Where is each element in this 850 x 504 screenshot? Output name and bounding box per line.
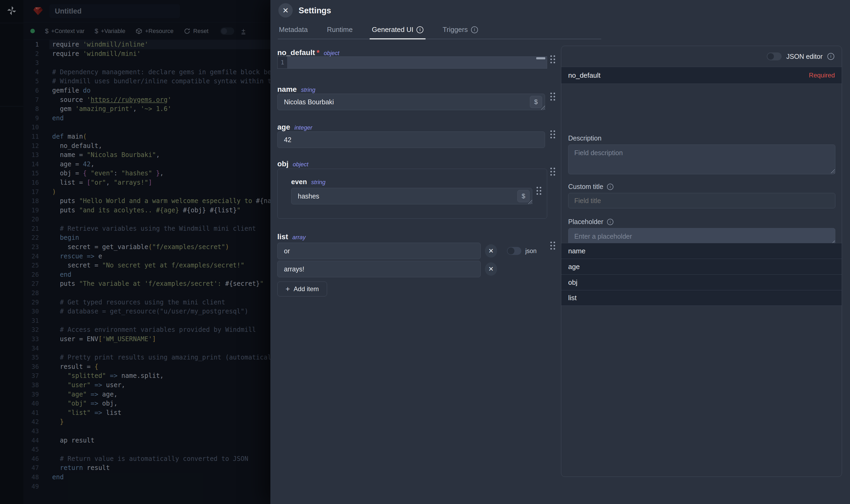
resize-handle[interactable] <box>541 105 545 110</box>
code-line[interactable]: 6gemfile do <box>23 86 270 95</box>
placeholder-textarea[interactable] <box>568 228 835 245</box>
code-line[interactable]: 17) <box>23 187 270 197</box>
windmill-logo-icon[interactable] <box>6 5 17 16</box>
code-line[interactable]: 45 <box>23 445 270 454</box>
code-line[interactable]: 19 puts "and its acolytes.. #{age} #{obj… <box>23 206 270 215</box>
code-line[interactable]: 35 # Pretty print results using amazing_… <box>23 353 270 362</box>
code-line[interactable]: 16 list = ["or", "arrays!"] <box>23 178 270 187</box>
code-line[interactable]: 31 <box>23 316 270 325</box>
code-line[interactable]: 22 begin <box>23 233 270 242</box>
code-line[interactable]: 5# Windmill uses bundler/inline compatib… <box>23 77 270 86</box>
list-item-input-1[interactable] <box>277 261 481 277</box>
code-line[interactable]: 30 # database = get_resource("u/user/my_… <box>23 307 270 316</box>
code-line[interactable]: 38 "user" => user, <box>23 380 270 390</box>
description-textarea[interactable] <box>568 144 835 174</box>
inspector-field-row-list[interactable]: list <box>561 290 842 306</box>
code-line[interactable]: 15 obj = { "even": "hashes" }, <box>23 169 270 178</box>
code-text: # Get typed resources using the mini cli… <box>50 298 270 307</box>
no-default-json-editor[interactable]: 1 <box>277 56 547 69</box>
script-title-input[interactable] <box>50 4 180 18</box>
code-line[interactable]: 27 puts "The variable at 'f/examples/sec… <box>23 279 270 288</box>
tab-triggers[interactable]: Triggersi <box>441 21 479 39</box>
code-line[interactable]: 7 source 'https://rubygems.org' <box>23 95 270 105</box>
diff-toggle[interactable]: ± <box>242 27 246 35</box>
info-icon[interactable]: i <box>607 219 613 225</box>
inspector-field-row-name[interactable]: name <box>561 243 842 259</box>
code-line[interactable]: 1require 'windmill/inline' <box>23 40 270 49</box>
name-input[interactable] <box>277 94 545 110</box>
drag-handle-no-default[interactable] <box>550 55 557 66</box>
add-variable-button[interactable]: $+Variable <box>95 28 125 35</box>
add-item-button[interactable]: + Add item <box>277 282 327 296</box>
code-line[interactable]: 48end <box>23 473 270 482</box>
code-line[interactable]: 11def main( <box>23 132 270 141</box>
age-input[interactable] <box>277 131 545 148</box>
code-line[interactable]: 26 end <box>23 270 270 280</box>
even-input[interactable] <box>291 188 532 204</box>
code-line[interactable]: 25 secret = "No secret yet at f/examples… <box>23 261 270 270</box>
info-icon[interactable]: i <box>827 53 834 60</box>
code-line[interactable]: 36 result = { <box>23 362 270 372</box>
tab-metadata[interactable]: Metadata <box>278 21 309 39</box>
code-line[interactable]: 32 # Access environment variables provid… <box>23 325 270 335</box>
drag-handle-name[interactable] <box>550 93 557 103</box>
resize-handle[interactable] <box>831 169 835 173</box>
editor-toggle[interactable] <box>220 28 234 35</box>
code-line[interactable]: 37 "splitted" => name.split, <box>23 371 270 380</box>
inspector-field-row-obj[interactable]: obj <box>561 274 842 290</box>
code-line[interactable]: 23 secret = get_variable("f/examples/sec… <box>23 242 270 252</box>
ruby-language-icon <box>33 5 44 18</box>
code-line[interactable]: 3 <box>23 58 270 68</box>
reset-button[interactable]: Reset <box>184 28 209 35</box>
remove-list-item-icon[interactable]: ✕ <box>485 263 497 276</box>
code-line[interactable]: 34 <box>23 344 270 353</box>
list-json-toggle[interactable] <box>507 247 521 255</box>
code-line[interactable]: 21 # Retrieve variables using the Windmi… <box>23 224 270 233</box>
code-line[interactable]: 20 <box>23 215 270 224</box>
add-context-var-button[interactable]: $+Context var <box>45 28 85 35</box>
editor-scrollbar[interactable] <box>536 57 545 59</box>
code-line[interactable]: 18 puts "Hello World and a warm welcome … <box>23 196 270 206</box>
selected-field-row[interactable]: no_default Required <box>561 67 842 84</box>
tab-runtime[interactable]: Runtime <box>326 21 354 39</box>
code-line[interactable]: 29 # Get typed resources using the mini … <box>23 298 270 307</box>
code-line[interactable]: 39 "age" => age, <box>23 390 270 399</box>
info-icon[interactable]: i <box>471 26 478 33</box>
drag-handle-age[interactable] <box>550 130 557 141</box>
code-line[interactable]: 14 age = 42, <box>23 160 270 169</box>
code-line[interactable]: 43 <box>23 427 270 436</box>
drag-handle-obj[interactable] <box>550 168 557 178</box>
remove-list-item-icon[interactable]: ✕ <box>485 244 497 257</box>
code-line[interactable]: 33 user = ENV['WM_USERNAME'] <box>23 335 270 344</box>
drag-handle-even[interactable] <box>537 187 543 197</box>
code-line[interactable]: 9end <box>23 114 270 123</box>
code-line[interactable]: 41 "list" => list <box>23 408 270 417</box>
code-line[interactable]: 8 gem 'amazing_print', '~> 1.6' <box>23 104 270 114</box>
info-icon[interactable]: i <box>416 26 423 33</box>
list-item-input-0[interactable] <box>277 243 481 259</box>
resize-handle[interactable] <box>528 200 532 204</box>
custom-title-input[interactable] <box>568 193 835 209</box>
code-line[interactable]: 42 } <box>23 417 270 427</box>
code-line[interactable]: 46 # Return value is automatically conve… <box>23 454 270 464</box>
drag-handle-list[interactable] <box>550 241 557 252</box>
inspector-field-row-age[interactable]: age <box>561 259 842 274</box>
code-line[interactable]: 24 rescue => e <box>23 252 270 261</box>
code-line[interactable]: 4# Dependency management: declare gems i… <box>23 68 270 77</box>
code-line[interactable]: 13 name = "Nicolas Bourbaki", <box>23 150 270 160</box>
close-icon[interactable]: ✕ <box>278 3 293 18</box>
code-line[interactable]: 44 ap result <box>23 436 270 445</box>
info-icon[interactable]: i <box>607 184 613 190</box>
code-line[interactable]: 47 return result <box>23 463 270 473</box>
json-editor-toggle[interactable] <box>767 52 782 60</box>
name-variable-picker-button[interactable]: $ <box>530 96 542 108</box>
add-resource-button[interactable]: +Resource <box>135 28 174 35</box>
code-line[interactable]: 49 <box>23 482 270 491</box>
code-line[interactable]: 2require 'windmill/mini' <box>23 49 270 58</box>
code-line[interactable]: 12 no_default, <box>23 141 270 150</box>
tab-generated-ui[interactable]: Generated UIi <box>371 21 424 39</box>
code-line[interactable]: 10 <box>23 123 270 132</box>
code-line[interactable]: 40 "obj" => obj, <box>23 399 270 408</box>
code-editor[interactable]: 1require 'windmill/inline'2require 'wind… <box>23 40 270 504</box>
code-line[interactable]: 28 <box>23 288 270 298</box>
